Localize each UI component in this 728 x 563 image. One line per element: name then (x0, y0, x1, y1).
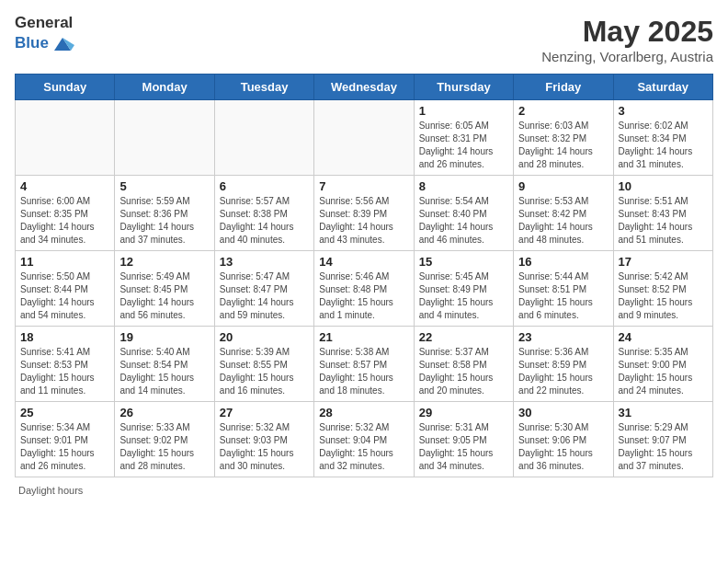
calendar-header-row: SundayMondayTuesdayWednesdayThursdayFrid… (16, 75, 713, 100)
day-number: 25 (20, 406, 109, 419)
week-row-4: 18Sunrise: 5:41 AM Sunset: 8:53 PM Dayli… (16, 327, 713, 402)
day-number: 15 (419, 255, 508, 269)
day-info: Sunrise: 5:49 AM Sunset: 8:45 PM Dayligh… (119, 270, 209, 322)
day-info: Sunrise: 5:51 AM Sunset: 8:43 PM Dayligh… (619, 195, 708, 247)
day-info: Sunrise: 5:33 AM Sunset: 9:02 PM Dayligh… (119, 421, 209, 473)
calendar-cell: 30Sunrise: 5:30 AM Sunset: 9:06 PM Dayli… (514, 402, 613, 477)
day-info: Sunrise: 5:38 AM Sunset: 8:57 PM Dayligh… (319, 346, 408, 397)
calendar-cell (314, 100, 414, 176)
calendar-cell: 31Sunrise: 5:29 AM Sunset: 9:07 PM Dayli… (613, 402, 712, 477)
day-info: Sunrise: 6:02 AM Sunset: 8:34 PM Dayligh… (619, 120, 708, 171)
day-info: Sunrise: 6:00 AM Sunset: 8:35 PM Dayligh… (20, 195, 109, 247)
calendar-cell (214, 100, 313, 176)
day-info: Sunrise: 5:47 AM Sunset: 8:47 PM Dayligh… (220, 270, 309, 322)
day-number: 14 (319, 255, 408, 269)
calendar-cell: 22Sunrise: 5:37 AM Sunset: 8:58 PM Dayli… (414, 327, 513, 402)
day-number: 24 (619, 330, 708, 344)
calendar-cell: 17Sunrise: 5:42 AM Sunset: 8:52 PM Dayli… (613, 251, 712, 327)
day-number: 18 (20, 330, 109, 344)
calendar-cell: 10Sunrise: 5:51 AM Sunset: 8:43 PM Dayli… (613, 176, 712, 251)
day-header-friday: Friday (514, 75, 613, 100)
day-info: Sunrise: 5:42 AM Sunset: 8:52 PM Dayligh… (619, 270, 708, 322)
title-block: May 2025 Nenzing, Vorarlberg, Austria (541, 15, 713, 64)
day-info: Sunrise: 5:29 AM Sunset: 9:07 PM Dayligh… (619, 421, 708, 473)
day-info: Sunrise: 5:44 AM Sunset: 8:51 PM Dayligh… (518, 270, 608, 322)
daylight-hours-label: Daylight hours (18, 485, 83, 496)
day-number: 17 (619, 255, 708, 269)
day-info: Sunrise: 5:46 AM Sunset: 8:48 PM Dayligh… (319, 270, 408, 322)
day-header-tuesday: Tuesday (214, 75, 313, 100)
day-header-wednesday: Wednesday (314, 75, 414, 100)
day-number: 26 (119, 406, 209, 419)
calendar-cell: 26Sunrise: 5:33 AM Sunset: 9:02 PM Dayli… (115, 402, 214, 477)
day-info: Sunrise: 5:39 AM Sunset: 8:55 PM Dayligh… (220, 346, 309, 397)
day-info: Sunrise: 5:40 AM Sunset: 8:54 PM Dayligh… (119, 346, 209, 397)
calendar-cell: 27Sunrise: 5:32 AM Sunset: 9:03 PM Dayli… (214, 402, 313, 477)
calendar-cell: 12Sunrise: 5:49 AM Sunset: 8:45 PM Dayli… (115, 251, 214, 327)
day-info: Sunrise: 5:32 AM Sunset: 9:04 PM Dayligh… (319, 421, 408, 473)
logo-general-text: General (15, 15, 74, 32)
calendar-cell (16, 100, 115, 176)
day-number: 30 (518, 406, 608, 419)
calendar-cell: 14Sunrise: 5:46 AM Sunset: 8:48 PM Dayli… (314, 251, 414, 327)
month-title: May 2025 (541, 15, 713, 49)
calendar-footer: Daylight hours (15, 485, 713, 496)
calendar-cell: 5Sunrise: 5:59 AM Sunset: 8:36 PM Daylig… (115, 176, 214, 251)
day-number: 5 (119, 179, 209, 193)
day-info: Sunrise: 5:45 AM Sunset: 8:49 PM Dayligh… (419, 270, 508, 322)
week-row-3: 11Sunrise: 5:50 AM Sunset: 8:44 PM Dayli… (16, 251, 713, 327)
day-number: 16 (518, 255, 608, 269)
calendar-cell: 15Sunrise: 5:45 AM Sunset: 8:49 PM Dayli… (414, 251, 513, 327)
day-number: 9 (518, 179, 608, 193)
calendar-cell: 29Sunrise: 5:31 AM Sunset: 9:05 PM Dayli… (414, 402, 513, 477)
day-number: 10 (619, 179, 708, 193)
day-number: 23 (518, 330, 608, 344)
day-info: Sunrise: 5:36 AM Sunset: 8:59 PM Dayligh… (518, 346, 608, 397)
calendar-cell: 6Sunrise: 5:57 AM Sunset: 8:38 PM Daylig… (214, 176, 313, 251)
day-header-sunday: Sunday (16, 75, 115, 100)
day-info: Sunrise: 6:03 AM Sunset: 8:32 PM Dayligh… (518, 120, 608, 171)
day-number: 29 (419, 406, 508, 419)
calendar-cell: 19Sunrise: 5:40 AM Sunset: 8:54 PM Dayli… (115, 327, 214, 402)
day-number: 1 (419, 104, 508, 118)
calendar-cell: 16Sunrise: 5:44 AM Sunset: 8:51 PM Dayli… (514, 251, 613, 327)
day-header-monday: Monday (115, 75, 214, 100)
day-number: 20 (220, 330, 309, 344)
calendar-cell: 3Sunrise: 6:02 AM Sunset: 8:34 PM Daylig… (613, 100, 712, 176)
logo-icon (51, 32, 74, 56)
day-number: 27 (220, 406, 309, 419)
calendar-cell: 28Sunrise: 5:32 AM Sunset: 9:04 PM Dayli… (314, 402, 414, 477)
calendar-cell: 13Sunrise: 5:47 AM Sunset: 8:47 PM Dayli… (214, 251, 313, 327)
day-info: Sunrise: 5:59 AM Sunset: 8:36 PM Dayligh… (119, 195, 209, 247)
calendar-cell: 11Sunrise: 5:50 AM Sunset: 8:44 PM Dayli… (16, 251, 115, 327)
day-number: 13 (220, 255, 309, 269)
day-info: Sunrise: 5:50 AM Sunset: 8:44 PM Dayligh… (20, 270, 109, 322)
calendar-cell: 1Sunrise: 6:05 AM Sunset: 8:31 PM Daylig… (414, 100, 513, 176)
calendar-table: SundayMondayTuesdayWednesdayThursdayFrid… (15, 74, 713, 477)
day-info: Sunrise: 5:37 AM Sunset: 8:58 PM Dayligh… (419, 346, 508, 397)
day-number: 21 (319, 330, 408, 344)
day-info: Sunrise: 5:53 AM Sunset: 8:42 PM Dayligh… (518, 195, 608, 247)
day-number: 31 (619, 406, 708, 419)
week-row-5: 25Sunrise: 5:34 AM Sunset: 9:01 PM Dayli… (16, 402, 713, 477)
day-header-thursday: Thursday (414, 75, 513, 100)
day-header-saturday: Saturday (613, 75, 712, 100)
day-info: Sunrise: 5:35 AM Sunset: 9:00 PM Dayligh… (619, 346, 708, 397)
day-number: 2 (518, 104, 608, 118)
day-info: Sunrise: 5:31 AM Sunset: 9:05 PM Dayligh… (419, 421, 508, 473)
day-number: 8 (419, 179, 508, 193)
week-row-2: 4Sunrise: 6:00 AM Sunset: 8:35 PM Daylig… (16, 176, 713, 251)
day-info: Sunrise: 6:05 AM Sunset: 8:31 PM Dayligh… (419, 120, 508, 171)
week-row-1: 1Sunrise: 6:05 AM Sunset: 8:31 PM Daylig… (16, 100, 713, 176)
calendar-cell: 4Sunrise: 6:00 AM Sunset: 8:35 PM Daylig… (16, 176, 115, 251)
logo: General Blue (15, 15, 74, 56)
calendar-cell: 21Sunrise: 5:38 AM Sunset: 8:57 PM Dayli… (314, 327, 414, 402)
calendar-cell: 8Sunrise: 5:54 AM Sunset: 8:40 PM Daylig… (414, 176, 513, 251)
calendar-cell: 24Sunrise: 5:35 AM Sunset: 9:00 PM Dayli… (613, 327, 712, 402)
calendar-cell: 2Sunrise: 6:03 AM Sunset: 8:32 PM Daylig… (514, 100, 613, 176)
calendar-cell: 23Sunrise: 5:36 AM Sunset: 8:59 PM Dayli… (514, 327, 613, 402)
day-number: 12 (119, 255, 209, 269)
day-info: Sunrise: 5:32 AM Sunset: 9:03 PM Dayligh… (220, 421, 309, 473)
day-info: Sunrise: 5:30 AM Sunset: 9:06 PM Dayligh… (518, 421, 608, 473)
location-subtitle: Nenzing, Vorarlberg, Austria (541, 49, 713, 64)
